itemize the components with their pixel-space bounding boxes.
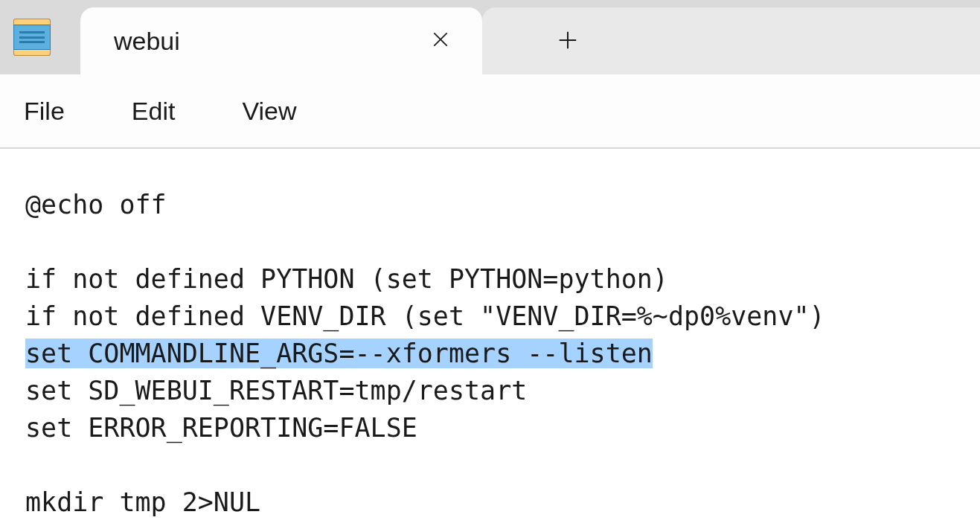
- editor-area[interactable]: @echo off if not defined PYTHON (set PYT…: [0, 149, 980, 529]
- title-bar: webui: [0, 0, 980, 74]
- menu-view[interactable]: View: [239, 91, 299, 132]
- plus-icon: [557, 29, 579, 51]
- tab-strip-empty: [482, 7, 980, 74]
- notepad-app-icon: [13, 19, 51, 56]
- close-icon: [431, 30, 450, 49]
- editor-content[interactable]: @echo off if not defined PYTHON (set PYT…: [25, 186, 958, 521]
- new-tab-button[interactable]: [549, 22, 586, 61]
- menu-bar: File Edit View: [0, 74, 980, 149]
- tab-active[interactable]: webui: [80, 7, 482, 74]
- menu-edit[interactable]: Edit: [129, 91, 179, 132]
- tab-close-button[interactable]: [425, 24, 456, 59]
- menu-file[interactable]: File: [21, 91, 68, 132]
- tab-title: webui: [114, 27, 425, 56]
